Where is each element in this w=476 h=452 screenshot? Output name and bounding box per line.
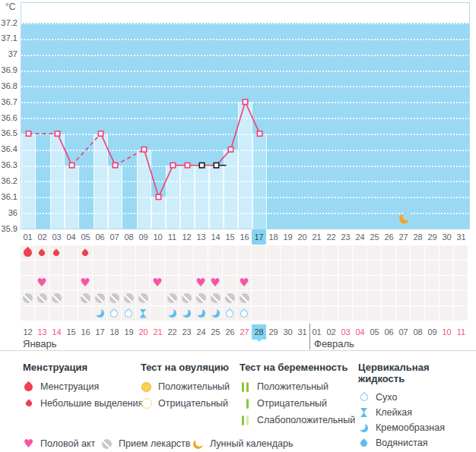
calendar-date-label[interactable]: 07 xyxy=(396,324,411,340)
calendar-date-label[interactable]: 02 xyxy=(324,324,338,340)
grid-cell-menstruation[interactable] xyxy=(396,245,411,261)
grid-cell-intercourse[interactable] xyxy=(309,276,324,291)
grid-cell-medication[interactable] xyxy=(367,291,382,306)
cycle-day-label[interactable]: 10 xyxy=(151,229,165,245)
grid-cell-medication[interactable] xyxy=(107,291,122,306)
calendar-date-label[interactable]: 15 xyxy=(64,324,78,340)
grid-cell-menstruation[interactable] xyxy=(266,245,281,261)
grid-cell-cervical-fluid[interactable] xyxy=(151,306,165,321)
temp-point-marker[interactable] xyxy=(257,131,262,136)
grid-cell-medication[interactable] xyxy=(179,291,194,306)
grid-cell-ovulation-test[interactable] xyxy=(252,261,266,276)
grid-cell-ovulation-test[interactable] xyxy=(122,261,136,276)
grid-cell-cervical-fluid[interactable] xyxy=(78,306,93,321)
grid-cell-ovulation-test[interactable] xyxy=(93,261,107,276)
grid-cell-cervical-fluid[interactable] xyxy=(64,306,78,321)
calendar-date-label[interactable]: 05 xyxy=(367,324,382,340)
grid-cell-intercourse[interactable] xyxy=(396,276,411,291)
grid-cell-ovulation-test[interactable] xyxy=(64,261,78,276)
grid-cell-ovulation-test[interactable] xyxy=(309,261,324,276)
grid-cell-menstruation[interactable] xyxy=(136,245,151,261)
grid-cell-ovulation-test[interactable] xyxy=(194,261,208,276)
grid-cell-ovulation-test[interactable] xyxy=(78,261,93,276)
calendar-date-label[interactable]: 16 xyxy=(78,324,93,340)
cycle-day-label[interactable]: 13 xyxy=(194,229,208,245)
grid-cell-intercourse[interactable]: ♥ xyxy=(208,276,223,291)
calendar-date-label[interactable]: 28 xyxy=(252,324,266,340)
grid-cell-menstruation[interactable] xyxy=(64,245,78,261)
grid-cell-intercourse[interactable] xyxy=(353,276,367,291)
cycle-day-label[interactable]: 31 xyxy=(454,229,468,245)
grid-cell-menstruation[interactable] xyxy=(237,245,252,261)
grid-cell-intercourse[interactable] xyxy=(21,276,35,291)
grid-cell-menstruation[interactable] xyxy=(179,245,194,261)
grid-cell-intercourse[interactable] xyxy=(266,276,281,291)
grid-cell-ovulation-test[interactable] xyxy=(324,261,338,276)
grid-cell-medication[interactable] xyxy=(396,291,411,306)
grid-cell-menstruation[interactable] xyxy=(367,245,382,261)
grid-cell-medication[interactable] xyxy=(21,291,35,306)
grid-cell-cervical-fluid[interactable] xyxy=(136,306,151,321)
grid-cell-medication[interactable] xyxy=(237,291,252,306)
grid-cell-intercourse[interactable] xyxy=(64,276,78,291)
grid-cell-medication[interactable] xyxy=(151,291,165,306)
calendar-date-label[interactable]: 01 xyxy=(309,324,324,340)
grid-cell-ovulation-test[interactable] xyxy=(266,261,281,276)
grid-cell-ovulation-test[interactable] xyxy=(49,261,64,276)
grid-cell-cervical-fluid[interactable] xyxy=(309,306,324,321)
cycle-day-label[interactable]: 19 xyxy=(281,229,295,245)
grid-cell-ovulation-test[interactable] xyxy=(396,261,411,276)
temp-point-marker[interactable] xyxy=(98,131,103,136)
cycle-day-label[interactable]: 04 xyxy=(64,229,78,245)
grid-cell-cervical-fluid[interactable] xyxy=(208,306,223,321)
calendar-date-label[interactable]: 09 xyxy=(425,324,440,340)
temp-point-marker[interactable] xyxy=(26,131,30,136)
cycle-day-label[interactable]: 15 xyxy=(223,229,237,245)
temp-point-marker[interactable] xyxy=(243,100,247,104)
grid-cell-intercourse[interactable] xyxy=(281,276,295,291)
cycle-day-label[interactable]: 27 xyxy=(396,229,411,245)
temp-point-marker[interactable] xyxy=(141,147,146,152)
grid-cell-medication[interactable] xyxy=(194,291,208,306)
grid-cell-intercourse[interactable]: ♥ xyxy=(237,276,252,291)
cycle-day-label[interactable]: 14 xyxy=(208,229,223,245)
calendar-date-label[interactable]: 31 xyxy=(295,324,309,340)
calendar-date-label[interactable]: 03 xyxy=(338,324,353,340)
grid-cell-cervical-fluid[interactable] xyxy=(93,306,107,321)
grid-cell-menstruation[interactable] xyxy=(165,245,179,261)
grid-cell-cervical-fluid[interactable] xyxy=(338,306,353,321)
grid-cell-menstruation[interactable] xyxy=(309,245,324,261)
grid-cell-intercourse[interactable] xyxy=(165,276,179,291)
cycle-day-label[interactable]: 21 xyxy=(309,229,324,245)
calendar-date-label[interactable]: 23 xyxy=(179,324,194,340)
grid-cell-menstruation[interactable] xyxy=(122,245,136,261)
calendar-date-label[interactable]: 30 xyxy=(281,324,295,340)
grid-cell-medication[interactable] xyxy=(454,291,468,306)
grid-cell-medication[interactable] xyxy=(295,291,309,306)
grid-cell-menstruation[interactable] xyxy=(107,245,122,261)
cycle-day-label[interactable]: 20 xyxy=(295,229,309,245)
grid-cell-menstruation[interactable] xyxy=(252,245,266,261)
grid-cell-cervical-fluid[interactable] xyxy=(237,306,252,321)
grid-cell-medication[interactable] xyxy=(252,291,266,306)
grid-cell-intercourse[interactable] xyxy=(411,276,425,291)
grid-cell-medication[interactable] xyxy=(78,291,93,306)
calendar-date-label[interactable]: 17 xyxy=(93,324,107,340)
grid-cell-ovulation-test[interactable] xyxy=(223,261,237,276)
grid-cell-cervical-fluid[interactable] xyxy=(440,306,454,321)
grid-cell-cervical-fluid[interactable] xyxy=(179,306,194,321)
grid-cell-intercourse[interactable]: ♥ xyxy=(194,276,208,291)
cycle-day-label[interactable]: 12 xyxy=(179,229,194,245)
calendar-date-label[interactable]: 10 xyxy=(440,324,454,340)
temp-point-marker[interactable] xyxy=(113,163,117,167)
calendar-date-label[interactable]: 22 xyxy=(165,324,179,340)
grid-cell-menstruation[interactable] xyxy=(281,245,295,261)
grid-cell-intercourse[interactable] xyxy=(324,276,338,291)
grid-cell-menstruation[interactable] xyxy=(78,245,93,261)
calendar-date-label[interactable]: 12 xyxy=(21,324,35,340)
grid-cell-cervical-fluid[interactable] xyxy=(382,306,396,321)
grid-cell-intercourse[interactable] xyxy=(425,276,440,291)
cycle-day-label[interactable]: 06 xyxy=(93,229,107,245)
grid-cell-medication[interactable] xyxy=(208,291,223,306)
grid-cell-intercourse[interactable]: ♥ xyxy=(78,276,93,291)
